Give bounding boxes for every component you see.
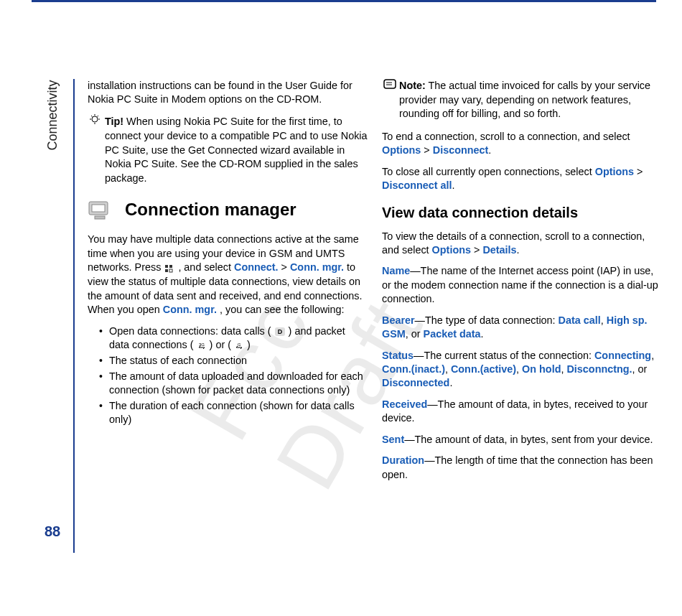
- text: Open data connections: data calls (: [109, 325, 271, 337]
- duration-field: Duration—The length of time that the con…: [382, 454, 662, 482]
- packet-3g-icon: 3G: [197, 339, 207, 353]
- field-label: Sent: [382, 434, 404, 445]
- sidebar: Connectivity 88: [32, 79, 75, 553]
- field-label: Name: [382, 265, 410, 276]
- text: ) or (: [210, 339, 231, 350]
- disconnctng-value: Disconnctng.: [566, 363, 632, 375]
- on-hold-value: On hold: [522, 363, 561, 375]
- svg-rect-9: [95, 216, 105, 219]
- disconnect-link: Disconnect: [433, 144, 489, 156]
- text: ,: [651, 350, 654, 361]
- svg-rect-13: [169, 269, 172, 272]
- list-item: The status of each connection: [99, 354, 368, 368]
- note-block: Note: The actual time invoiced for calls…: [382, 79, 662, 121]
- text: >: [281, 261, 290, 273]
- svg-text:D: D: [277, 328, 282, 335]
- close-all-paragraph: To close all currently open connections,…: [382, 165, 662, 193]
- bearer-field: Bearer—The type of data connection: Data…: [382, 314, 662, 342]
- text: —The current status of the connection:: [414, 350, 594, 361]
- svg-rect-12: [165, 269, 168, 272]
- text: .: [452, 179, 455, 191]
- received-field: Received—The amount of data, in bytes, r…: [382, 398, 662, 426]
- svg-rect-10: [165, 265, 168, 268]
- note-label: Note:: [399, 80, 426, 91]
- packet-data-value: Packet data: [424, 328, 481, 340]
- sent-field: Sent—The amount of data, in bytes, sent …: [382, 433, 662, 447]
- svg-text:G: G: [238, 342, 241, 347]
- disconnected-value: Disconnected: [382, 377, 449, 388]
- section-title-text: Connection manager: [125, 198, 296, 221]
- right-column: Note: The actual time invoiced for calls…: [382, 79, 662, 553]
- options-link: Options: [432, 244, 471, 256]
- text: >: [634, 166, 643, 177]
- svg-line-6: [98, 116, 99, 117]
- text: .: [481, 328, 484, 340]
- text: ): [247, 339, 251, 350]
- text: ,: [516, 363, 522, 375]
- text: .: [449, 377, 452, 388]
- lightbulb-icon: [89, 114, 101, 129]
- page-number: 88: [45, 523, 60, 540]
- subsection-heading: View data connection details: [382, 203, 662, 223]
- data-call-icon: D: [274, 325, 286, 338]
- field-label: Received: [382, 398, 427, 410]
- text: To end a connection, scroll to a connect…: [382, 131, 630, 142]
- list-item: The amount of data uploaded and download…: [99, 370, 368, 398]
- connmgr-link: Conn. mgr.: [290, 261, 344, 273]
- data-call-value: Data call: [559, 314, 601, 326]
- tip-body: When using Nokia PC Suite for the first …: [105, 115, 368, 183]
- view-details-paragraph: To view the details of a connection, scr…: [382, 230, 662, 258]
- connecting-value: Connecting: [594, 350, 651, 361]
- text: ,: [601, 314, 607, 326]
- section-name: Connectivity: [45, 80, 60, 150]
- section-heading: Connection manager: [88, 198, 368, 221]
- connect-link: Connect.: [234, 261, 279, 273]
- page-content: installation instructions can be found i…: [88, 79, 662, 553]
- packet-gprs-icon: G: [234, 339, 244, 353]
- conn-inact-value: Conn.(inact.): [382, 363, 445, 375]
- connection-manager-icon: [88, 199, 112, 220]
- text: , you can see the following:: [220, 304, 345, 315]
- left-column: installation instructions can be found i…: [88, 79, 368, 553]
- options-link: Options: [595, 166, 634, 177]
- status-field: Status—The current status of the connect…: [382, 349, 662, 391]
- text: .: [517, 244, 520, 256]
- intro-paragraph: installation instructions can be found i…: [88, 79, 368, 107]
- svg-point-0: [92, 116, 98, 122]
- text: ,: [445, 363, 451, 375]
- connmgr-link-2: Conn. mgr.: [163, 304, 217, 315]
- list-item: The duration of each connection (shown f…: [99, 399, 368, 427]
- text: >: [471, 244, 482, 256]
- field-label: Bearer: [382, 314, 415, 326]
- menu-key-icon: [164, 261, 175, 275]
- text: .: [488, 144, 491, 156]
- tip-block: Tip! When using Nokia PC Suite for the f…: [88, 114, 368, 185]
- svg-rect-8: [92, 205, 105, 212]
- name-field: Name—The name of the Internet access poi…: [382, 264, 662, 306]
- note-icon: [383, 79, 395, 93]
- end-connection-paragraph: To end a connection, scroll to a connect…: [382, 130, 662, 158]
- svg-line-5: [91, 116, 93, 117]
- feature-list: Open data connections: data calls ( D ) …: [88, 325, 368, 427]
- text: , or: [632, 363, 648, 375]
- tip-label: Tip!: [105, 115, 123, 126]
- text: , or: [406, 328, 424, 340]
- field-label: Duration: [382, 454, 424, 466]
- field-label: Status: [382, 350, 414, 361]
- list-item: Open data connections: data calls ( D ) …: [99, 325, 368, 353]
- top-rule: [32, 0, 656, 2]
- text: —The type of data connection:: [415, 314, 559, 326]
- text: —The name of the Internet access point (…: [382, 265, 658, 304]
- svg-rect-11: [169, 265, 172, 268]
- svg-rect-18: [384, 80, 396, 88]
- conn-active-value: Conn.(active): [451, 363, 516, 375]
- disconnect-all-link: Disconnect all: [382, 179, 452, 191]
- text: >: [421, 144, 432, 156]
- text: , and select: [178, 261, 234, 273]
- text: To close all currently open connections,…: [382, 166, 595, 177]
- details-link: Details: [482, 244, 516, 256]
- options-link: Options: [382, 144, 421, 156]
- text: —The amount of data, in bytes, sent from…: [404, 434, 653, 445]
- note-body: The actual time invoiced for calls by yo…: [399, 80, 650, 119]
- connmgr-paragraph: You may have multiple data connections a…: [88, 233, 368, 317]
